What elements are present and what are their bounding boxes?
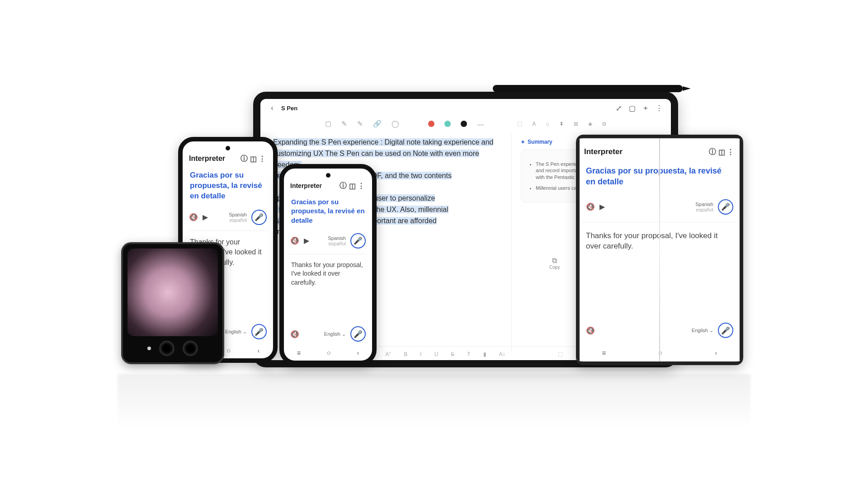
stroke-icon[interactable]: —: [477, 120, 484, 128]
split-icon[interactable]: ◫: [717, 147, 726, 156]
mute-target-icon[interactable]: 🔇: [586, 326, 595, 335]
target-language-selector[interactable]: English ⌄: [225, 329, 247, 334]
color-teal[interactable]: [444, 121, 451, 127]
split-icon[interactable]: ◫: [348, 181, 357, 190]
mute-icon[interactable]: 🔇: [189, 213, 198, 221]
s-pen-stylus: [493, 85, 683, 92]
front-camera-icon: [226, 146, 230, 150]
toolbar-extra4-icon[interactable]: ⬍: [559, 121, 564, 127]
highlight-color-icon[interactable]: ▮: [483, 351, 486, 357]
more-icon[interactable]: ⋮: [655, 103, 664, 113]
lang-name: Spanish: [328, 235, 346, 241]
mic-icon: 🎤: [255, 213, 264, 221]
back-nav-icon[interactable]: ‹: [257, 347, 259, 354]
mic-source-button[interactable]: 🎤: [350, 233, 366, 249]
mute-icon[interactable]: 🔇: [290, 236, 299, 245]
mic-icon: 🎤: [354, 330, 363, 338]
source-translation-text: Gracias por su propuesta, la revisé en d…: [183, 166, 273, 206]
copy-label: Copy: [549, 265, 560, 270]
bold-icon[interactable]: B: [404, 351, 407, 357]
format-extra1-icon[interactable]: ⬚: [558, 351, 563, 357]
flip-device: [121, 242, 224, 364]
back-nav-icon[interactable]: ‹: [715, 349, 717, 357]
lang-name: English: [225, 329, 241, 334]
tool-highlighter-icon[interactable]: ✎: [357, 120, 363, 128]
device-lineup: ‹ S Pen ⤢ ▢ ＋ ⋮ ▢ ✎ ✎ 🔗 ◯ — ⬚ A ⌂ ⬍ ⊞ ◈: [118, 85, 750, 374]
lang-native: español: [695, 207, 713, 212]
strike-icon[interactable]: S̶: [451, 351, 454, 357]
info-icon[interactable]: ⓘ: [240, 154, 249, 163]
more-icon[interactable]: ⋮: [357, 181, 366, 190]
info-icon[interactable]: ⓘ: [708, 147, 717, 156]
toolbar-extra5-icon[interactable]: ⊞: [574, 121, 578, 127]
camera-lens-icon: [159, 341, 175, 356]
mic-source-button[interactable]: 🎤: [251, 210, 267, 225]
nav-bar: ≡ ○ ‹: [284, 346, 372, 359]
mic-icon: 🎤: [721, 326, 730, 335]
lang-name: Spanish: [229, 212, 247, 217]
back-icon[interactable]: ‹: [268, 103, 277, 113]
split-icon[interactable]: ◫: [249, 154, 258, 163]
size-icon[interactable]: A↕: [499, 351, 505, 357]
tablet-toolbar: ▢ ✎ ✎ 🔗 ◯ — ⬚ A ⌂ ⬍ ⊞ ◈ ⧉: [260, 117, 671, 133]
expand-icon[interactable]: ⤢: [614, 103, 623, 113]
mic-icon: 🎤: [721, 202, 730, 211]
save-icon[interactable]: ▢: [627, 103, 637, 113]
more-icon[interactable]: ⋮: [258, 154, 267, 163]
mute-target-icon[interactable]: 🔇: [290, 330, 299, 338]
play-icon[interactable]: ▶: [304, 236, 309, 245]
mute-icon[interactable]: 🔇: [586, 202, 595, 211]
app-title: Interpreter: [584, 147, 623, 156]
note-title: S Pen: [281, 105, 297, 112]
source-language-selector[interactable]: Spanish español: [328, 235, 346, 246]
toolbar-extra7-icon[interactable]: ⧉: [602, 121, 606, 127]
source-language-selector[interactable]: Spanish español: [695, 202, 713, 212]
mic-target-button[interactable]: 🎤: [350, 326, 366, 342]
color-red[interactable]: [428, 121, 434, 127]
target-translation-text: Thanks for your proposal, I've looked it…: [284, 256, 372, 292]
back-nav-icon[interactable]: ‹: [357, 349, 359, 357]
tool-eraser-icon[interactable]: 🔗: [373, 120, 382, 128]
tool-pen-icon[interactable]: ✎: [341, 120, 347, 128]
toolbar-extra2-icon[interactable]: A: [532, 121, 536, 127]
foldable-device: Interpreter ⓘ ◫ ⋮ Gracias por su propues…: [576, 135, 743, 365]
target-language-selector[interactable]: English ⌄: [324, 331, 346, 337]
mic-source-button[interactable]: 🎤: [718, 199, 733, 215]
underline-icon[interactable]: U: [434, 351, 439, 357]
app-title: Interpreter: [189, 155, 225, 163]
play-icon[interactable]: ▶: [203, 213, 208, 221]
info-icon[interactable]: ⓘ: [339, 181, 348, 190]
target-language-selector[interactable]: English ⌄: [692, 328, 713, 333]
play-icon[interactable]: ▶: [599, 202, 605, 211]
lang-name: English: [692, 328, 708, 333]
font-icon[interactable]: Aᵀ: [385, 351, 391, 357]
interpreter-header: Interpreter ⓘ ◫ ⋮: [183, 141, 273, 166]
recents-icon[interactable]: ≡: [297, 349, 301, 357]
lang-native: español: [229, 217, 247, 223]
source-language-selector[interactable]: Spanish español: [229, 212, 247, 223]
app-title: Interpreter: [290, 182, 322, 189]
flip-cover-wallpaper: [127, 249, 218, 336]
tool-lasso-icon[interactable]: ◯: [392, 120, 399, 128]
toolbar-extra1-icon[interactable]: ⬚: [517, 121, 522, 127]
flip-camera-module: [147, 341, 198, 356]
tablet-titlebar: ‹ S Pen ⤢ ▢ ＋ ⋮: [260, 99, 671, 117]
add-icon[interactable]: ＋: [641, 103, 650, 113]
italic-icon[interactable]: I: [420, 351, 421, 357]
mic-target-button[interactable]: 🎤: [251, 324, 267, 339]
text-color-icon[interactable]: T: [467, 351, 470, 357]
floor-reflection: [118, 374, 750, 428]
mic-target-button[interactable]: 🎤: [718, 323, 733, 338]
more-icon[interactable]: ⋮: [726, 147, 735, 156]
tool-rect-icon[interactable]: ▢: [325, 120, 331, 128]
toolbar-extra3-icon[interactable]: ⌂: [546, 121, 549, 127]
color-black[interactable]: [461, 121, 467, 127]
note-line: Expanding the S Pen experience : Digital…: [273, 138, 493, 146]
front-camera-icon: [326, 173, 330, 178]
toolbar-extra6-icon[interactable]: ◈: [588, 121, 592, 127]
home-icon[interactable]: ○: [226, 347, 231, 354]
recents-icon[interactable]: ≡: [602, 349, 606, 357]
copy-button[interactable]: ⧉ Copy: [549, 257, 560, 270]
camera-lens-icon: [183, 341, 198, 356]
home-icon[interactable]: ○: [327, 349, 331, 357]
